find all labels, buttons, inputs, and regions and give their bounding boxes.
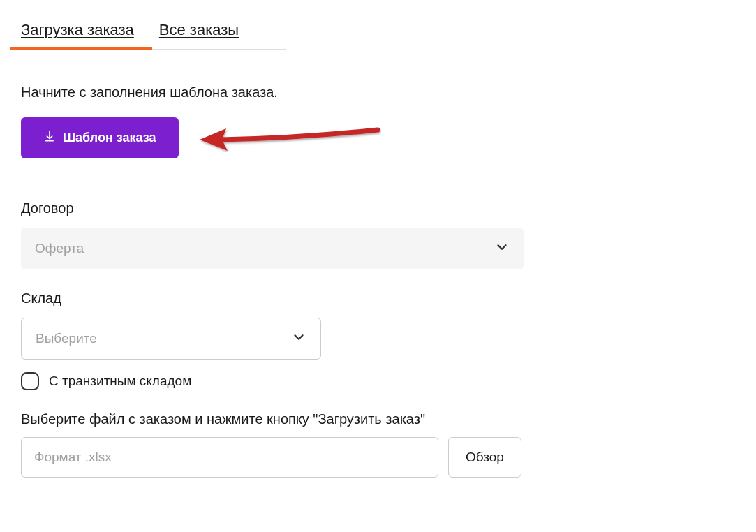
transit-checkbox-row: С транзитным складом — [21, 372, 735, 390]
warehouse-select[interactable]: Выберите — [21, 318, 321, 360]
browse-button[interactable]: Обзор — [448, 437, 521, 478]
instruction-text: Начните с заполнения шаблона заказа. — [21, 84, 735, 101]
file-label: Выберите файл с заказом и нажмите кнопку… — [21, 411, 735, 427]
chevron-down-icon — [291, 330, 306, 348]
contract-label: Договор — [21, 200, 735, 216]
file-input[interactable] — [21, 437, 438, 478]
contract-group: Договор Оферта — [21, 200, 735, 269]
annotation-arrow — [200, 124, 381, 152]
warehouse-select-placeholder: Выберите — [36, 331, 97, 346]
download-button-label: Шаблон заказа — [63, 131, 156, 145]
transit-checkbox-label: С транзитным складом — [49, 374, 191, 389]
contract-select-value: Оферта — [35, 241, 84, 256]
chevron-down-icon — [494, 239, 510, 258]
file-row: Обзор — [21, 437, 735, 478]
tabs: Загрузка заказа Все заказы — [21, 21, 286, 50]
download-template-button[interactable]: Шаблон заказа — [21, 117, 179, 158]
tab-all-orders[interactable]: Все заказы — [159, 21, 239, 49]
warehouse-group: Склад Выберите С транзитным складом — [21, 290, 735, 390]
download-icon — [43, 130, 56, 146]
transit-checkbox[interactable] — [21, 372, 39, 390]
contract-select[interactable]: Оферта — [21, 228, 524, 269]
file-group: Выберите файл с заказом и нажмите кнопку… — [21, 411, 735, 478]
warehouse-label: Склад — [21, 290, 735, 306]
tab-upload-order[interactable]: Загрузка заказа — [21, 21, 134, 49]
download-row: Шаблон заказа — [21, 117, 735, 158]
